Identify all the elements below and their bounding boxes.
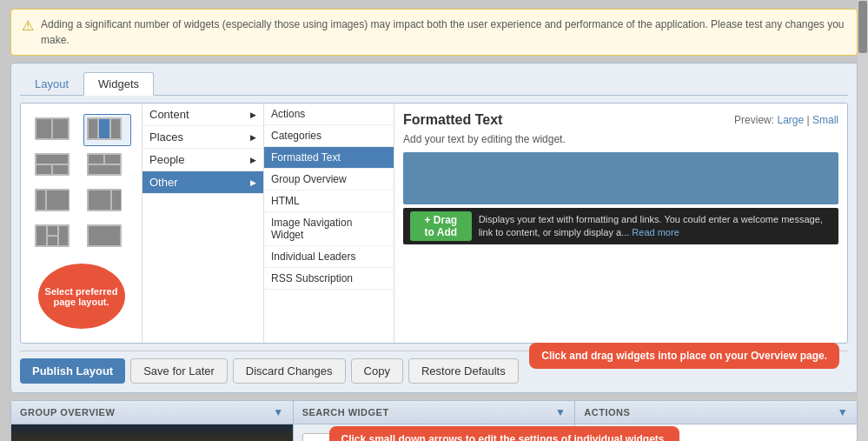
widgets-categories-column: Content ▶ Places ▶ People ▶ Other ▶: [142, 104, 264, 343]
actions-widget-arrow-icon[interactable]: ▼: [838, 406, 848, 418]
svg-rect-4: [89, 119, 97, 138]
layout-icon-5: [34, 188, 70, 212]
layout-icon-8: [86, 224, 123, 248]
content-arrow-icon: ▶: [250, 110, 256, 119]
group-overview-header: GROUP OVERVIEW ▼: [11, 401, 293, 424]
drag-to-add-button[interactable]: + Drag to Add: [410, 211, 472, 241]
group-overview-body: [11, 424, 293, 441]
category-other[interactable]: Other ▶: [142, 171, 263, 194]
search-widget-header: SEARCH WIDGET ▼: [294, 401, 575, 424]
svg-rect-14: [89, 165, 120, 174]
warning-text: Adding a significant number of widgets (…: [41, 17, 846, 48]
svg-rect-24: [59, 226, 68, 245]
subcategory-rss[interactable]: RSS Subscription: [264, 268, 394, 290]
publish-layout-button[interactable]: Publish Layout: [20, 358, 125, 384]
subcategory-html[interactable]: HTML: [264, 190, 394, 212]
scrollbar-thumb[interactable]: [858, 1, 867, 53]
callout-search: Click small down arrows to edit the sett…: [328, 426, 679, 441]
svg-rect-27: [89, 226, 120, 245]
group-overview-widget: GROUP OVERVIEW ▼ Group created for devel…: [11, 401, 294, 441]
widget-detail-panel: Formatted Text Preview: Large | Small Ad…: [394, 104, 847, 343]
layout-column: Select preferred page layout.: [21, 104, 142, 343]
category-places[interactable]: Places ▶: [142, 126, 263, 149]
group-overview-arrow-icon[interactable]: ▼: [273, 406, 283, 418]
layout-option-2[interactable]: [83, 114, 132, 146]
svg-rect-20: [112, 190, 121, 210]
layout-icon-1: [34, 117, 70, 141]
content-area: Select preferred page layout. Content ▶ …: [20, 103, 848, 344]
tab-row: Layout Widgets: [20, 72, 848, 96]
people-arrow-icon: ▶: [250, 156, 256, 164]
svg-rect-2: [53, 119, 68, 138]
widget-title-row: Formatted Text Preview: Large | Small: [403, 112, 838, 128]
svg-rect-9: [36, 165, 51, 174]
callout-layout: Select preferred page layout.: [38, 264, 125, 329]
restore-defaults-button[interactable]: Restore Defaults: [408, 358, 519, 384]
layout-option-7[interactable]: [31, 221, 80, 253]
svg-rect-17: [47, 190, 69, 210]
layout-option-5[interactable]: [31, 185, 80, 217]
layout-icon-6: [86, 188, 123, 212]
layout-grid: [28, 110, 135, 257]
preview-label: Preview: Large | Small: [734, 114, 838, 126]
svg-rect-23: [48, 226, 57, 235]
svg-rect-1: [36, 119, 51, 138]
layout-icon-4: [86, 152, 123, 177]
subcategory-group-overview[interactable]: Group Overview: [264, 169, 394, 190]
widget-title: Formatted Text: [403, 112, 502, 128]
category-people[interactable]: People ▶: [142, 149, 263, 171]
svg-rect-10: [53, 165, 68, 174]
layout-option-8[interactable]: [83, 221, 132, 253]
svg-rect-25: [48, 237, 57, 245]
search-widget-arrow-icon[interactable]: ▼: [555, 406, 566, 418]
svg-rect-13: [105, 155, 120, 164]
svg-rect-8: [36, 155, 68, 164]
tab-layout[interactable]: Layout: [20, 72, 83, 95]
layout-option-3[interactable]: [31, 150, 80, 182]
svg-rect-22: [36, 226, 46, 245]
warning-banner: ⚠ Adding a significant number of widgets…: [10, 9, 858, 56]
save-for-later-button[interactable]: Save for Later: [130, 358, 228, 384]
layout-option-6[interactable]: [83, 185, 132, 217]
layout-icon-2: [86, 117, 123, 141]
bottom-section-container: GROUP OVERVIEW ▼ Group created for devel…: [0, 400, 868, 441]
widget-preview-box: [403, 152, 838, 204]
layout-option-1[interactable]: [31, 114, 80, 146]
scrollbar[interactable]: [858, 0, 868, 441]
subcategory-formatted-text[interactable]: Formatted Text: [264, 147, 394, 169]
subcategory-actions[interactable]: Actions: [264, 104, 394, 125]
svg-rect-19: [89, 190, 110, 210]
sunset-svg: [11, 424, 293, 441]
drag-description: Displays your text with formatting and l…: [479, 213, 832, 240]
svg-rect-12: [89, 155, 103, 164]
layout-option-4[interactable]: [83, 150, 132, 182]
svg-rect-6: [111, 119, 120, 138]
other-arrow-icon: ▶: [250, 178, 256, 187]
widget-subtitle: Add your text by editing the widget.: [403, 133, 838, 145]
callout-drag: Click and drag widgets into place on you…: [529, 343, 839, 369]
editor-panel: Layout Widgets: [10, 63, 858, 393]
action-row: Publish Layout Save for Later Discard Ch…: [20, 351, 848, 384]
subcategory-image-nav[interactable]: Image Navigation Widget: [264, 212, 394, 246]
actions-widget-header: ACTIONS ▼: [575, 401, 857, 424]
group-sunset-image: [11, 424, 293, 441]
subcategories-column: Actions Categories Formatted Text Group …: [264, 104, 394, 343]
copy-button[interactable]: Copy: [351, 358, 403, 384]
drag-row: + Drag to Add Displays your text with fo…: [403, 208, 838, 244]
read-more-link[interactable]: Read more: [632, 227, 679, 237]
category-content[interactable]: Content ▶: [142, 104, 263, 126]
discard-changes-button[interactable]: Discard Changes: [233, 358, 346, 384]
svg-rect-16: [36, 190, 45, 210]
places-arrow-icon: ▶: [250, 133, 256, 142]
svg-rect-5: [99, 119, 109, 138]
tab-widgets[interactable]: Widgets: [83, 72, 154, 96]
subcategory-categories[interactable]: Categories: [264, 125, 394, 147]
warning-icon: ⚠: [22, 17, 34, 34]
subcategory-individual-leaders[interactable]: Individual Leaders: [264, 246, 394, 268]
layout-icon-3: [34, 152, 70, 177]
preview-small-link[interactable]: Small: [812, 114, 838, 126]
preview-large-link[interactable]: Large: [777, 114, 804, 126]
layout-icon-7: [34, 224, 70, 248]
